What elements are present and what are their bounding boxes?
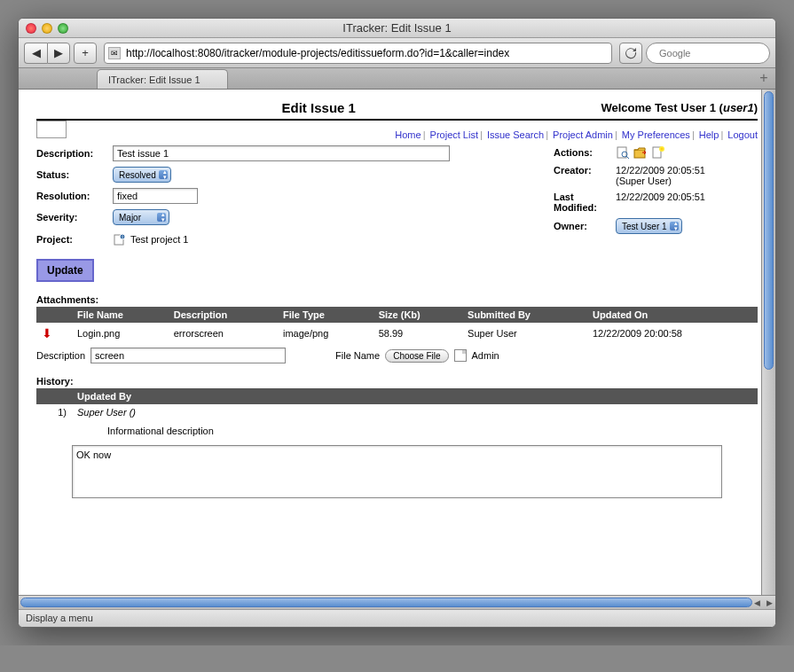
cell-updated-on: 12/22/2009 20:00:58 xyxy=(587,323,758,344)
new-attachment-description-input[interactable] xyxy=(90,348,286,363)
col-submitted-by: Submitted By xyxy=(462,307,587,323)
scroll-left-icon[interactable]: ◀ xyxy=(751,596,763,610)
col-updated-by: Updated By xyxy=(72,388,758,404)
svg-rect-8 xyxy=(634,150,645,158)
nav-project-admin[interactable]: Project Admin xyxy=(553,129,613,140)
label-last-modified: LastModified: xyxy=(554,191,616,213)
attachment-row: ⬇ Login.png errorscreen image/png 58.99 … xyxy=(36,323,758,344)
project-icon: i xyxy=(113,232,127,246)
vertical-scroll-thumb[interactable] xyxy=(764,91,774,370)
minimize-button[interactable] xyxy=(42,23,52,34)
svg-rect-5 xyxy=(617,147,626,158)
window-title: ITracker: Edit Issue 1 xyxy=(19,21,775,35)
cell-size: 58.99 xyxy=(373,323,462,344)
svg-text:i: i xyxy=(122,234,122,239)
search-input[interactable] xyxy=(657,47,776,59)
download-icon[interactable]: ⬇ xyxy=(42,326,52,340)
favicon: ✉ xyxy=(108,47,121,59)
search-box[interactable] xyxy=(646,43,770,64)
titlebar: ITracker: Edit Issue 1 xyxy=(19,19,775,38)
file-icon xyxy=(454,349,467,362)
url-bar[interactable]: ✉ xyxy=(104,43,612,64)
severity-select[interactable]: Major▴▾ xyxy=(113,209,169,225)
attachments-table: File Name Description File Type Size (Kb… xyxy=(36,307,758,344)
forward-button[interactable]: ▶ xyxy=(47,43,70,64)
history-updated-by: Super User () xyxy=(77,407,136,418)
view-action-icon[interactable] xyxy=(616,145,630,160)
cell-file-name: Login.png xyxy=(72,323,169,344)
nav-logout[interactable]: Logout xyxy=(727,129,758,140)
close-button[interactable] xyxy=(26,23,36,34)
nav-help[interactable]: Help xyxy=(699,129,719,140)
update-button[interactable]: Update xyxy=(36,259,94,282)
col-file-type: File Type xyxy=(278,307,373,323)
status-bar: Display a menu xyxy=(19,609,775,627)
cell-file-type: image/png xyxy=(278,323,373,344)
owner-select[interactable]: Test User 1▴▾ xyxy=(616,218,682,234)
label-project: Project: xyxy=(36,234,113,245)
status-text: Display a menu xyxy=(26,613,93,623)
history-row: 1) Super User () xyxy=(36,404,758,420)
creator-name: (Super User) xyxy=(616,176,705,186)
vertical-scrollbar[interactable] xyxy=(761,90,775,595)
nav-links: Home| Project List| Issue Search| Projec… xyxy=(395,129,758,140)
label-file-name: File Name xyxy=(335,350,380,361)
browser-tab[interactable]: ITracker: Edit Issue 1 xyxy=(97,69,228,89)
nav-my-preferences[interactable]: My Preferences xyxy=(622,129,690,140)
history-description: Informational description xyxy=(72,420,758,441)
zoom-button[interactable] xyxy=(58,23,68,34)
resolution-input[interactable] xyxy=(113,188,198,204)
nav-project-list[interactable]: Project List xyxy=(430,129,478,140)
col-size: Size (Kb) xyxy=(373,307,462,323)
file-status-text: Admin xyxy=(472,350,499,361)
last-modified-value: 12/22/2009 20:05:51 xyxy=(616,191,705,202)
browser-window: ITracker: Edit Issue 1 ◀ ▶ + ✉ ITracker:… xyxy=(18,18,776,628)
move-action-icon[interactable] xyxy=(633,145,648,160)
welcome-text: Welcome Test User 1 (user1) xyxy=(601,101,758,114)
description-input[interactable] xyxy=(113,145,450,161)
label-resolution: Resolution: xyxy=(36,191,113,201)
creator-date: 12/22/2009 20:05:51 xyxy=(616,165,705,176)
tab-label: ITracker: Edit Issue 1 xyxy=(108,74,200,85)
history-comment-textarea[interactable]: OK now xyxy=(72,445,722,498)
new-tab-button[interactable]: + xyxy=(756,71,772,87)
label-owner: Owner: xyxy=(554,221,616,231)
horizontal-scrollbar[interactable]: ◀ ▶ xyxy=(19,595,775,609)
label-severity: Severity: xyxy=(36,212,113,223)
reload-icon xyxy=(625,47,637,59)
logo-placeholder xyxy=(36,121,67,138)
page-header: Edit Issue 1 Welcome Test User 1 (user1) xyxy=(36,97,758,121)
cell-submitted-by: Super User xyxy=(462,323,587,344)
attachments-label: Attachments: xyxy=(36,294,758,305)
status-select[interactable]: Resolved▴▾ xyxy=(113,167,171,183)
page-title: Edit Issue 1 xyxy=(282,100,356,115)
add-bookmark-button[interactable]: + xyxy=(74,43,97,64)
history-label: History: xyxy=(36,376,758,387)
col-description: Description xyxy=(169,307,278,323)
reload-button[interactable] xyxy=(619,43,642,64)
label-creator: Creator: xyxy=(554,165,616,176)
col-updated-on: Updated On xyxy=(587,307,758,323)
choose-file-button[interactable]: Choose File xyxy=(385,349,448,363)
page-content: Edit Issue 1 Welcome Test User 1 (user1)… xyxy=(19,90,775,595)
nav-home[interactable]: Home xyxy=(395,129,421,140)
col-file-name: File Name xyxy=(72,307,169,323)
new-action-icon[interactable] xyxy=(651,145,665,160)
url-input[interactable] xyxy=(124,46,608,60)
back-button[interactable]: ◀ xyxy=(24,43,47,64)
label-description: Description: xyxy=(36,148,113,159)
label-status: Status: xyxy=(36,169,113,180)
history-table: Updated By 1) Super User () Informationa… xyxy=(36,388,758,441)
project-name: Test project 1 xyxy=(130,234,188,245)
cell-description: errorscreen xyxy=(169,323,278,344)
nav-issue-search[interactable]: Issue Search xyxy=(487,129,544,140)
window-controls xyxy=(26,23,68,34)
label-new-desc: Description xyxy=(36,350,85,361)
tab-strip: ITracker: Edit Issue 1 + xyxy=(19,68,775,90)
scroll-right-icon[interactable]: ▶ xyxy=(763,596,775,610)
horizontal-scroll-thumb[interactable] xyxy=(20,598,752,607)
attachment-upload-row: Description File Name Choose File Admin xyxy=(36,348,758,363)
label-actions: Actions: xyxy=(554,147,616,158)
browser-toolbar: ◀ ▶ + ✉ xyxy=(19,38,775,68)
history-num: 1) xyxy=(36,404,72,420)
